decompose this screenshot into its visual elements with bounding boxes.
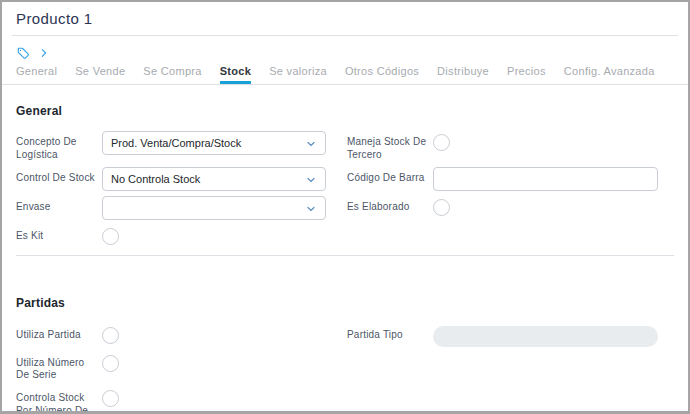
control-de-stock-value: No Controla Stock bbox=[111, 173, 200, 185]
es-elaborado-label: Es Elaborado bbox=[347, 196, 427, 214]
form-row: Es Kit bbox=[16, 225, 674, 245]
chevron-right-icon[interactable] bbox=[39, 47, 49, 59]
concepto-logistica-select[interactable]: Prod. Venta/Compra/Stock bbox=[102, 131, 326, 155]
section-title-general: General bbox=[16, 104, 674, 118]
tab-bar: General Se Vende Se Compra Stock Se valo… bbox=[2, 62, 688, 85]
controla-stock-serie-label: Controla Stock Por Número De Serie bbox=[16, 387, 96, 414]
tab-se-vende[interactable]: Se Vende bbox=[75, 65, 125, 84]
controla-stock-serie-toggle[interactable] bbox=[102, 390, 119, 407]
titlebar: Producto 1 bbox=[2, 2, 688, 35]
concepto-logistica-value: Prod. Venta/Compra/Stock bbox=[111, 137, 241, 149]
es-elaborado-toggle[interactable] bbox=[433, 199, 450, 216]
tab-general[interactable]: General bbox=[16, 65, 57, 84]
codigo-de-barra-input[interactable] bbox=[433, 167, 658, 191]
utiliza-numero-serie-toggle[interactable] bbox=[102, 355, 119, 372]
control-de-stock-label: Control De Stock bbox=[16, 167, 96, 185]
chevron-down-icon bbox=[305, 138, 317, 152]
form-row: Envase Es Elaborado bbox=[16, 196, 674, 220]
tab-stock[interactable]: Stock bbox=[220, 65, 251, 84]
es-kit-label: Es Kit bbox=[16, 225, 96, 243]
partida-tipo-label: Partida Tipo bbox=[347, 324, 427, 342]
tab-config-avanzada[interactable]: Config. Avanzada bbox=[564, 65, 655, 84]
stock-tab-panel: General Concepto De Logística Prod. Vent… bbox=[2, 104, 688, 414]
product-window: Producto 1 General Se Vende Se Compra St… bbox=[0, 0, 690, 414]
form-row: Utiliza Partida Partida Tipo bbox=[16, 324, 674, 347]
page-title: Producto 1 bbox=[16, 10, 93, 27]
tag-icon[interactable] bbox=[16, 46, 30, 60]
utiliza-numero-serie-label: Utiliza Número De Serie bbox=[16, 352, 96, 383]
form-row: Controla Stock Por Número De Serie bbox=[16, 387, 674, 414]
toolbar bbox=[2, 36, 688, 62]
concepto-logistica-label: Concepto De Logística bbox=[16, 131, 96, 162]
chevron-down-icon bbox=[305, 174, 317, 188]
tab-se-valoriza[interactable]: Se valoriza bbox=[269, 65, 327, 84]
utiliza-partida-toggle[interactable] bbox=[102, 327, 119, 344]
tab-otros-codigos[interactable]: Otros Códigos bbox=[345, 65, 419, 84]
section-title-partidas: Partidas bbox=[16, 296, 674, 310]
envase-label: Envase bbox=[16, 196, 96, 214]
control-de-stock-select[interactable]: No Controla Stock bbox=[102, 167, 326, 191]
tab-se-compra[interactable]: Se Compra bbox=[143, 65, 201, 84]
partida-tipo-input-disabled bbox=[433, 326, 658, 347]
chevron-down-icon bbox=[305, 203, 317, 217]
codigo-de-barra-label: Código De Barra bbox=[347, 167, 427, 185]
envase-select[interactable] bbox=[102, 196, 326, 220]
form-row: Utiliza Número De Serie bbox=[16, 352, 674, 383]
form-row: Control De Stock No Controla Stock Códig… bbox=[16, 167, 674, 191]
tab-distribuye[interactable]: Distribuye bbox=[437, 65, 489, 84]
maneja-stock-tercero-label: Maneja Stock De Tercero bbox=[347, 131, 427, 162]
utiliza-partida-label: Utiliza Partida bbox=[16, 324, 96, 342]
tab-precios[interactable]: Precios bbox=[507, 65, 546, 84]
maneja-stock-tercero-toggle[interactable] bbox=[433, 134, 450, 151]
form-row: Concepto De Logística Prod. Venta/Compra… bbox=[16, 131, 674, 162]
section-divider bbox=[16, 255, 674, 256]
es-kit-toggle[interactable] bbox=[102, 228, 119, 245]
